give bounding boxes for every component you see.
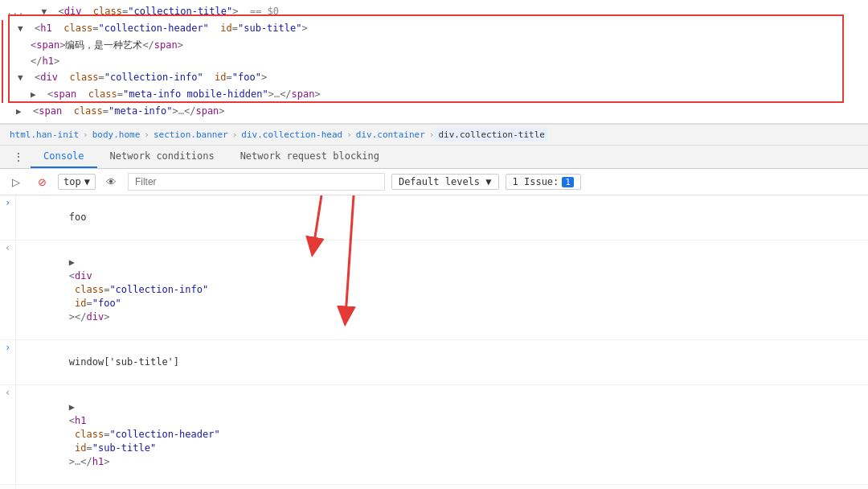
issue-badge[interactable]: 1 Issue: 1 bbox=[506, 174, 581, 190]
tab-menu-icon[interactable]: ⋮ bbox=[6, 146, 31, 168]
top-label: top bbox=[63, 176, 81, 187]
output-arrow-icon-2: ‹ bbox=[5, 387, 10, 398]
default-levels-dropdown[interactable]: Default levels ▼ bbox=[391, 174, 499, 190]
console-entry-input-subtitle: › window['sub-title'] bbox=[0, 340, 868, 385]
breadcrumb-item-section[interactable]: section.banner bbox=[150, 128, 231, 142]
filter-input[interactable] bbox=[128, 173, 385, 191]
entry-gutter-h1: ‹ bbox=[0, 385, 16, 484]
dropdown-arrow-icon: ▼ bbox=[84, 176, 90, 187]
console-text-subtile: window['sub-title'] bbox=[69, 356, 179, 368]
dom-tag: ▼ <div class="collection-title"> == $0 bbox=[30, 6, 279, 17]
clear-button[interactable]: ⊘ bbox=[32, 172, 51, 191]
entry-content-subtile: window['sub-title'] bbox=[16, 340, 868, 384]
entry-gutter: › bbox=[0, 195, 16, 240]
issue-count: 1 bbox=[562, 177, 574, 187]
eye-button[interactable]: 👁 bbox=[102, 172, 121, 191]
dom-panel: ... ▼ <div class="collection-title"> == … bbox=[0, 0, 868, 124]
dom-line[interactable]: </h1> bbox=[2, 53, 868, 69]
expand-icon: ▼ bbox=[18, 72, 23, 83]
dom-inspector: ... ▼ <div class="collection-title"> == … bbox=[0, 0, 868, 146]
breadcrumb-item-html[interactable]: html.han-init bbox=[6, 128, 82, 142]
dom-line[interactable]: ... ▼ <div class="collection-title"> == … bbox=[0, 3, 868, 20]
breadcrumb-item-div-container[interactable]: div.container bbox=[353, 128, 428, 142]
top-dropdown[interactable]: top ▼ bbox=[58, 174, 96, 190]
entry-content-innerHTML: foo.innerHTML bbox=[16, 485, 868, 489]
tab-console[interactable]: Console bbox=[31, 146, 97, 168]
entry-content-div: ▶ <div class="collection-info" id="foo" … bbox=[16, 240, 868, 339]
triangle-icon: ▶ bbox=[69, 257, 80, 268]
console-entry-output-div: ‹ ▶ <div class="collection-info" id="foo… bbox=[0, 240, 868, 340]
breadcrumb-item-div-title[interactable]: div.collection-title bbox=[435, 128, 547, 142]
input-arrow-icon-2: › bbox=[5, 342, 10, 353]
expand-icon: ▶ bbox=[31, 89, 36, 100]
tab-network-conditions[interactable]: Network conditions bbox=[97, 146, 227, 168]
entry-gutter: ‹ bbox=[0, 240, 16, 339]
tab-network-request-blocking[interactable]: Network request blocking bbox=[227, 146, 392, 168]
issue-label: 1 Issue: bbox=[513, 176, 559, 187]
expand-icon: ▶ bbox=[16, 106, 22, 117]
entry-gutter: › bbox=[0, 340, 16, 384]
expand-icon: ▼ bbox=[41, 6, 47, 17]
dom-line[interactable]: ▼ <h1 class="collection-header" id="sub-… bbox=[2, 20, 868, 37]
entry-content-h1: ▶ <h1 class="collection-header" id="sub-… bbox=[16, 385, 868, 484]
console-entry-input-foo: › foo bbox=[0, 195, 868, 240]
tab-bar: ⋮ Console Network conditions Network req… bbox=[0, 146, 868, 169]
entry-gutter-inner: › bbox=[0, 485, 16, 489]
breadcrumb: html.han-init › body.home › section.bann… bbox=[0, 124, 868, 146]
dom-line[interactable]: ▶ <span class="meta-info mobile-hidden">… bbox=[2, 86, 868, 103]
dom-line[interactable]: <span>编码，是一种艺术</span> bbox=[2, 37, 868, 53]
console-entry-output-h1: ‹ ▶ <h1 class="collection-header" id="su… bbox=[0, 385, 868, 485]
console-output: › foo ‹ ▶ <div class="collection-info" i… bbox=[0, 195, 868, 489]
execute-button[interactable]: ▷ bbox=[6, 172, 26, 191]
breadcrumb-item-body[interactable]: body.home bbox=[89, 128, 144, 142]
console-entry-input-innerHTML: › foo.innerHTML bbox=[0, 485, 868, 489]
breadcrumb-item-div-head[interactable]: div.collection-head bbox=[238, 128, 346, 142]
expand-icon: ▼ bbox=[18, 23, 23, 34]
console-text-foo: foo bbox=[69, 212, 87, 223]
console-toolbar: ▷ ⊘ top ▼ 👁 Default levels ▼ 1 Issue: 1 bbox=[0, 169, 868, 195]
dom-line[interactable]: ▶ <span class="meta-info">…</span> bbox=[0, 103, 868, 120]
input-arrow-icon: › bbox=[5, 197, 10, 208]
entry-content-foo: foo bbox=[16, 195, 868, 240]
default-levels-label: Default levels ▼ bbox=[399, 176, 492, 187]
output-arrow-icon: ‹ bbox=[5, 242, 10, 253]
devtools-panel: ... ▼ <div class="collection-title"> == … bbox=[0, 0, 868, 489]
triangle-icon-2: ▶ bbox=[69, 401, 80, 413]
dom-ellipsis: ... bbox=[6, 6, 24, 17]
dom-line[interactable]: ▼ <div class="collection-info" id="foo"> bbox=[2, 69, 868, 86]
